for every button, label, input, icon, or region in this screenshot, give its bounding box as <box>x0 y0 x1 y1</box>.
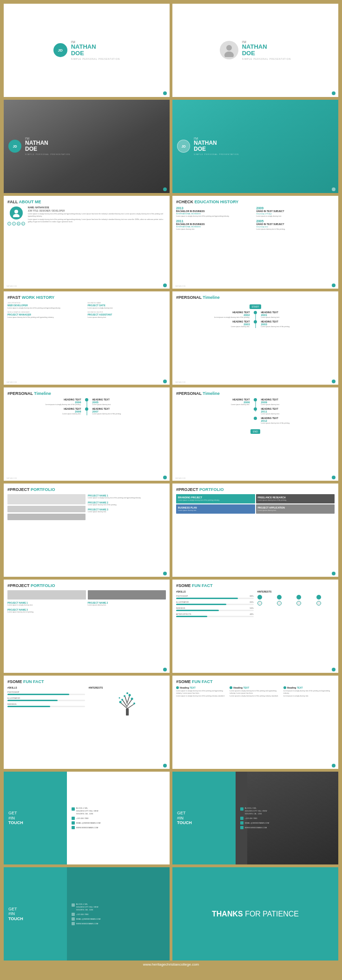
slide-timeline-1: #PERSONAL Timeline START HEADING TEXT 20… <box>172 291 338 385</box>
svg-point-12 <box>121 699 123 701</box>
svg-point-15 <box>124 695 125 697</box>
svg-line-9 <box>125 696 127 704</box>
timeline-end: END <box>176 426 335 434</box>
skill-photoshop: PHOTOSHOP80% <box>176 595 254 599</box>
svg-line-10 <box>127 696 130 703</box>
slide-title-photo: I'M NATHANDOE SIMPLE PERSONAL PRESENTATI… <box>172 4 338 97</box>
slide-footer-4 <box>332 187 335 191</box>
dark-slide-content: JD I'M NATHANDOE SIMPLE PERSONAL PRESENT… <box>4 100 170 193</box>
slide-contact-dark: GET #IN TOUCH BLOCK # 505,GOLDEN CITY HI… <box>172 772 338 865</box>
portfolio-title-1: #PROJECT PORTFOLIO <box>7 487 166 492</box>
footer-name-about: NATHAN DOE <box>7 285 17 287</box>
slide-education: #CHECK EDUCATION HISTORY 2013 BACHELOR I… <box>172 196 338 289</box>
funfact-content-2: #SKILLS PHOTOSHOP ILLUSTRATOR INDESIGN #… <box>7 686 166 716</box>
slide-funfact-1: #SOME FUN FACT #SKILLS PHOTOSHOP80% ILLU… <box>172 580 338 673</box>
portfolio-title-3: #PROJECT PORTFOLIO <box>7 583 166 588</box>
svg-point-0 <box>226 45 232 51</box>
funfact-col-1: Heading TEXT Lorem ipsum is simply dummy… <box>176 686 227 698</box>
footer-name-tl2: NATHAN DOE <box>7 477 17 479</box>
about-text-col: NAME: NATHAN DOE JOB TITLE: DESIGNER / D… <box>28 206 166 285</box>
contact-right-dark: BLOCK # 505,GOLDEN CITY HILL VIEWGOLDEN,… <box>236 772 338 865</box>
svg-rect-4 <box>126 709 129 716</box>
tree-illustration <box>116 691 139 716</box>
footer-dot-3 <box>163 187 167 191</box>
svg-point-14 <box>133 703 135 704</box>
svg-point-1 <box>224 52 234 57</box>
edu-item-3: 2011 BACHELOR IN BUSINESS INTERNATIONAL … <box>176 219 255 231</box>
email-icon <box>72 821 75 825</box>
tree-col: #INTERESTS <box>89 686 166 716</box>
slide-portfolio-1: #PROJECT PORTFOLIO PROJECT NAME 1 Lorem … <box>4 484 170 577</box>
portfolio-img-1 <box>7 494 86 504</box>
slide-teal-keyboard: JD I'M NATHANDOE SIMPLE PERSONAL PRESENT… <box>172 100 338 193</box>
title-block: I'M NATHANDOE SIMPLE PERSONAL PRESENTATI… <box>71 40 120 60</box>
work-title: #PAST WORK HISTORY <box>7 295 166 300</box>
funfact-title-3: #SOME FUN FACT <box>176 679 335 684</box>
person-icon <box>222 43 236 57</box>
portfolio-text-col: PROJECT NAME 1 Lorem ipsum is simply dum… <box>88 494 166 520</box>
footer-name-tl1: NATHAN DOE <box>175 381 186 383</box>
skills-col-2: #SKILLS PHOTOSHOP ILLUSTRATOR INDESIGN <box>7 686 85 716</box>
footer-dot-tl1 <box>332 380 335 383</box>
edu-title: #CHECK EDUCATION HISTORY <box>176 200 335 204</box>
social-fb: f <box>7 222 11 226</box>
contact-phone: +123 456 7890 <box>72 817 165 820</box>
contact-web: WWW.WEBDOMAIN.COM <box>72 826 165 829</box>
slide-name: NATHANDOE <box>71 44 120 57</box>
contact-left-dark: GET #IN TOUCH <box>172 772 236 865</box>
timeline-title-2: #PERSONAL Timeline <box>7 391 166 396</box>
portfolio-items-grid: PROJECT NAME 1 Lorem ipsum is simply dum… <box>7 601 166 613</box>
interests-row-2 <box>257 601 335 606</box>
work-grid: JOB 1/POSITION WEB DEVELOPER Lorem ipsum… <box>7 302 166 319</box>
slide-thanks: THANKS FOR PATIENCE <box>172 867 338 961</box>
thanks-text: THANKS FOR PATIENCE <box>212 910 299 918</box>
work-item-1: JOB 1/POSITION WEB DEVELOPER Lorem ipsum… <box>7 302 86 309</box>
svg-point-2 <box>14 210 18 213</box>
portfolio-card-1: BRANDING PROJECT Lorem ipsum is simply d… <box>176 494 255 503</box>
edu-item-4: 2005 GRAD IN TEST SUBJECT University tes… <box>256 219 335 231</box>
svg-point-11 <box>119 701 121 703</box>
slide-about: #ALL ABOUT ME f t in g+ NAME: NATHAN DOE… <box>4 196 170 289</box>
portfolio-imgs-row <box>7 590 166 600</box>
timeline-line-3 <box>255 398 256 411</box>
teal-slide-content: JD I'M NATHANDOE SIMPLE PERSONAL PRESENT… <box>172 100 338 193</box>
svg-point-13 <box>131 697 133 700</box>
edu-grid: 2013 BACHELOR IN BUSINESS INTERNATIONAL … <box>176 206 335 231</box>
work-item-2: BUSINESS NAME PROJECT DATE Lorem ipsum i… <box>88 302 166 309</box>
timeline-title-1: #PERSONAL Timeline <box>176 295 335 300</box>
svg-point-16 <box>128 694 131 696</box>
portfolio-img-2 <box>7 506 86 512</box>
about-photo <box>10 206 23 219</box>
footer-dot-work <box>163 380 167 383</box>
logo-circle-dark: JD <box>8 140 21 153</box>
footer-name-work: NATHAN DOE <box>7 381 17 383</box>
portfolio-title-2: #PROJECT PORTFOLIO <box>176 487 335 492</box>
funfact-title-1: #SOME FUN FACT <box>176 583 335 588</box>
address-icon <box>72 807 75 811</box>
slide-footer-3 <box>163 187 167 191</box>
social-icons: f t in g+ <box>7 222 25 226</box>
footer-dot-about <box>163 284 167 287</box>
funfact-content-1: #SKILLS PHOTOSHOP80% ILLUSTRATOR65% INDE… <box>176 590 335 617</box>
phone-icon <box>72 817 75 820</box>
portfolio-cards-grid: BRANDING PROJECT Lorem ipsum is simply d… <box>176 494 335 514</box>
slide-contact-teal: GET #IN TOUCH BLOCK # 505,GOLDEN CITY HI… <box>4 867 170 961</box>
portfolio-card-4: PROJECT APPLICATION Lorem ipsum dummy te… <box>256 504 335 514</box>
about-photo-col: f t in g+ <box>7 206 25 285</box>
portfolio-img-3 <box>7 514 86 520</box>
portfolio-content-1: PROJECT NAME 1 Lorem ipsum is simply dum… <box>7 494 166 520</box>
skill-indesign: INDESIGN55% <box>176 607 254 611</box>
title-block-dark: I'M NATHANDOE SIMPLE PERSONAL PRESENTATI… <box>25 137 70 155</box>
web-icon <box>72 826 75 829</box>
social-g: g+ <box>21 222 25 226</box>
about-content: f t in g+ NAME: NATHAN DOE JOB TITLE: DE… <box>7 206 166 285</box>
timeline-line-2 <box>86 398 87 415</box>
footer-dot-edu <box>332 284 335 287</box>
slide-timeline-2: #PERSONAL Timeline HEADING TEXT 2006 Lor… <box>4 387 170 481</box>
svg-point-18 <box>118 697 120 698</box>
about-title: #ALL ABOUT ME <box>7 200 166 204</box>
slide-footer <box>163 91 167 95</box>
slide-timeline-3: #PERSONAL Timeline HEADING TEXT 2006 Lor… <box>172 387 338 481</box>
slide-funfact-3: #SOME FUN FACT Heading TEXT Lorem ipsum … <box>172 676 338 769</box>
footer-dot-4 <box>332 187 335 191</box>
